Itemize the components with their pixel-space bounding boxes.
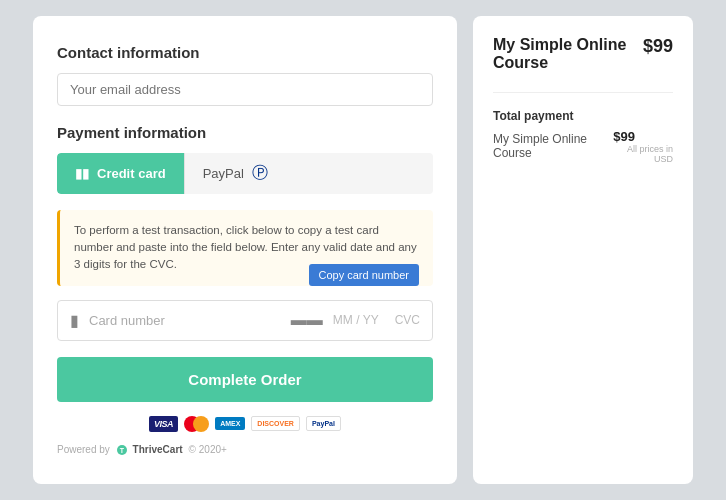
card-chip-icon: ▮ — [70, 311, 79, 330]
copy-card-number-button[interactable]: Copy card number — [309, 264, 420, 286]
total-section: Total payment My Simple Online Course $9… — [493, 109, 673, 164]
tab-paypal[interactable]: PayPal Ⓟ — [184, 153, 433, 194]
credit-card-label: Credit card — [97, 166, 166, 181]
footer: Powered by T ThriveCart © 2020+ — [57, 444, 433, 456]
mm-yy-placeholder: MM / YY — [333, 313, 379, 327]
amex-logo: AMEX — [215, 417, 245, 430]
right-panel: My Simple Online Course $99 Total paymen… — [473, 16, 693, 484]
total-label: Total payment — [493, 109, 673, 123]
mc-circle-orange — [193, 416, 209, 432]
total-item-name: My Simple Online Course — [493, 132, 613, 160]
paypal-icon: Ⓟ — [252, 163, 268, 184]
card-number-label: Card number — [89, 313, 281, 328]
tab-credit-card[interactable]: ▮▮ Credit card — [57, 153, 184, 194]
total-sub: All prices in USD — [613, 144, 673, 164]
total-amount-col: $99 All prices in USD — [613, 129, 673, 164]
total-amount: $99 — [613, 129, 673, 144]
complete-order-button[interactable]: Complete Order — [57, 357, 433, 402]
contact-title: Contact information — [57, 44, 433, 61]
course-price: $99 — [643, 36, 673, 57]
info-box: To perform a test transaction, click bel… — [57, 210, 433, 286]
cvc-placeholder: CVC — [395, 313, 420, 327]
payment-logos: VISA AMEX DISCOVER PayPal — [57, 416, 433, 432]
course-name: My Simple Online Course — [493, 36, 643, 72]
svg-text:T: T — [120, 447, 125, 454]
page-container: Contact information Payment information … — [33, 16, 693, 484]
card-input-row[interactable]: ▮ Card number ▬▬ MM / YY CVC — [57, 300, 433, 341]
total-row: My Simple Online Course $99 All prices i… — [493, 129, 673, 164]
visa-logo: VISA — [149, 416, 178, 432]
left-panel: Contact information Payment information … — [33, 16, 457, 484]
copyright-text: © 2020+ — [189, 444, 227, 455]
thrivecart-logo-icon: T — [116, 444, 128, 456]
course-summary-row: My Simple Online Course $99 — [493, 36, 673, 93]
payment-tabs: ▮▮ Credit card PayPal Ⓟ — [57, 153, 433, 194]
email-input[interactable] — [57, 73, 433, 106]
card-date-cvc: MM / YY CVC — [333, 313, 420, 327]
paypal-logo: PayPal — [306, 416, 341, 431]
credit-card-icon: ▮▮ — [75, 166, 89, 181]
paypal-label: PayPal — [203, 166, 244, 181]
discover-logo: DISCOVER — [251, 416, 300, 431]
card-lines-icon: ▬▬ — [291, 311, 323, 329]
thrivecart-brand: T ThriveCart — [116, 444, 183, 456]
powered-by-text: Powered by — [57, 444, 110, 455]
payment-title: Payment information — [57, 124, 433, 141]
mastercard-logo — [184, 416, 209, 432]
